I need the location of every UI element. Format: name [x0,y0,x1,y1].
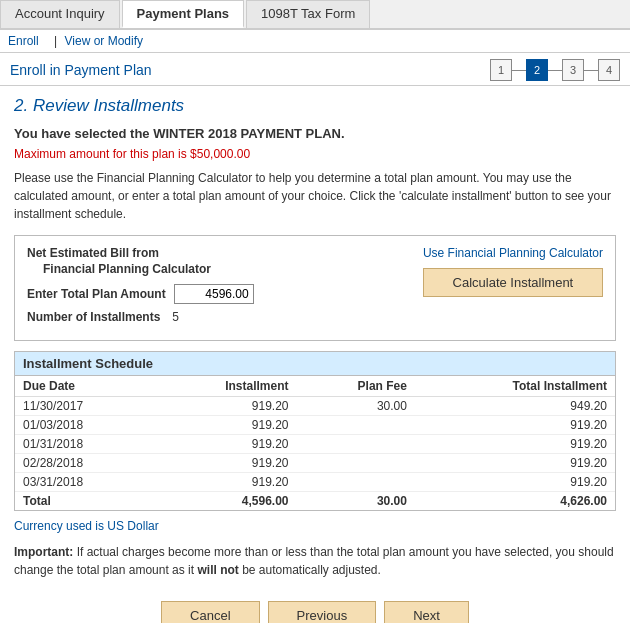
cell-plan-fee [297,416,415,435]
enroll-link[interactable]: Enroll [8,34,39,48]
table-row: 03/31/2018 919.20 919.20 [15,473,615,492]
cell-total: 919.20 [415,416,615,435]
cell-due-date: 03/31/2018 [15,473,153,492]
step-1: 1 [490,59,512,81]
page-header: Enroll in Payment Plan 1 2 3 4 [0,53,630,86]
step-indicator: 1 2 3 4 [490,59,620,81]
section-review: Review [33,96,89,115]
installment-schedule-container: Installment Schedule Due Date Installmen… [14,351,616,511]
page-title: Enroll in Payment Plan [10,62,152,78]
calc-right: Use Financial Planning Calculator Calcul… [423,246,603,297]
cell-total: 919.20 [415,473,615,492]
important-label: Important: [14,545,73,559]
table-row: 01/31/2018 919.20 919.20 [15,435,615,454]
table-header-row: Due Date Installment Plan Fee Total Inst… [15,376,615,397]
cell-total: 919.20 [415,435,615,454]
will-not-text: will not [197,563,238,577]
step-line-1 [512,70,526,71]
cell-due-date: 02/28/2018 [15,454,153,473]
total-total: 4,626.00 [415,492,615,511]
previous-button[interactable]: Previous [268,601,377,623]
cell-installment: 919.20 [153,473,297,492]
section-num: 2. [14,96,28,115]
plan-bold-text: You have selected the WINTER 2018 PAYMEN… [14,126,616,141]
step-3: 3 [562,59,584,81]
calc-num-value: 5 [168,308,183,326]
currency-note: Currency used is US Dollar [14,519,616,533]
table-row: 02/28/2018 919.20 919.20 [15,454,615,473]
section-installments: Installments [93,96,184,115]
total-plan-fee: 30.00 [297,492,415,511]
section-title: 2. Review Installments [14,96,616,116]
cell-total: 949.20 [415,397,615,416]
important-text: If actual charges become more than or le… [14,545,614,577]
next-button[interactable]: Next [384,601,469,623]
tab-payment-plans[interactable]: Payment Plans [122,0,245,28]
top-bar: Enroll | View or Modify [0,30,630,53]
cell-installment: 919.20 [153,397,297,416]
table-row: 01/03/2018 919.20 919.20 [15,416,615,435]
step-4: 4 [598,59,620,81]
use-calc-link[interactable]: Use Financial Planning Calculator [423,246,603,260]
col-plan-fee: Plan Fee [297,376,415,397]
step-2: 2 [526,59,548,81]
cell-plan-fee [297,454,415,473]
content-area: 2. Review Installments You have selected… [0,86,630,623]
cancel-button[interactable]: Cancel [161,601,259,623]
col-due-date: Due Date [15,376,153,397]
tab-1098t[interactable]: 1098T Tax Form [246,0,370,28]
calc-num-row: Number of Installments 5 [27,308,254,326]
installment-table: Due Date Installment Plan Fee Total Inst… [15,376,615,510]
tab-bar: Account Inquiry Payment Plans 1098T Tax … [0,0,630,30]
cell-plan-fee [297,435,415,454]
total-label: Total [15,492,153,511]
calculate-installment-button[interactable]: Calculate Installment [423,268,603,297]
cell-due-date: 01/03/2018 [15,416,153,435]
separator: | [54,34,57,48]
total-installment: 4,596.00 [153,492,297,511]
cell-due-date: 11/30/2017 [15,397,153,416]
col-total-installment: Total Installment [415,376,615,397]
calc-enter-label: Enter Total Plan Amount [27,287,166,301]
calc-num-label: Number of Installments [27,310,160,324]
cell-due-date: 01/31/2018 [15,435,153,454]
calculator-box: Net Estimated Bill from Financial Planni… [14,235,616,341]
table-row: 11/30/2017 919.20 30.00 949.20 [15,397,615,416]
cell-plan-fee: 30.00 [297,397,415,416]
cell-plan-fee [297,473,415,492]
important-note: Important: If actual charges become more… [14,543,616,579]
description-text: Please use the Financial Planning Calcul… [14,169,616,223]
col-installment: Installment [153,376,297,397]
calc-box-title: Net Estimated Bill from [27,246,254,260]
cell-installment: 919.20 [153,435,297,454]
calc-sub-title: Financial Planning Calculator [27,262,254,276]
button-row: Cancel Previous Next [14,593,616,623]
tab-account-inquiry[interactable]: Account Inquiry [0,0,120,28]
cell-installment: 919.20 [153,454,297,473]
cell-total: 919.20 [415,454,615,473]
calc-left: Net Estimated Bill from Financial Planni… [27,246,254,330]
installment-schedule-header: Installment Schedule [15,352,615,376]
step-line-2 [548,70,562,71]
cell-installment: 919.20 [153,416,297,435]
table-total-row: Total 4,596.00 30.00 4,626.00 [15,492,615,511]
max-amount-text: Maximum amount for this plan is $50,000.… [14,147,616,161]
calc-enter-input[interactable] [174,284,254,304]
step-line-3 [584,70,598,71]
view-modify-link[interactable]: View or Modify [65,34,143,48]
calc-enter-row: Enter Total Plan Amount [27,284,254,304]
